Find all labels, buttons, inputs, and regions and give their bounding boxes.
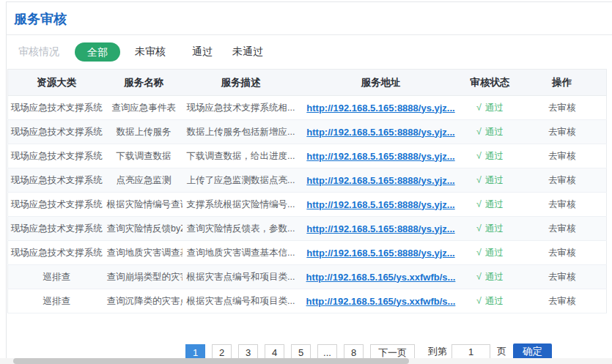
audit-status-cell: √通过 <box>462 289 518 313</box>
goto-page-input[interactable] <box>451 344 490 360</box>
service-desc-cell: 数据上传服务包括新增应... <box>183 120 300 144</box>
category-cell: 现场应急技术支撑系统 <box>8 241 106 265</box>
category-cell: 现场应急技术支撑系统 <box>8 120 106 144</box>
service-url-link[interactable]: http://192.168.5.165:8888/ys.yjz... <box>306 151 454 162</box>
table-row: 现场应急技术支撑系统 根据灾险情编号查询... 支撑系统根据灾险情编号... h… <box>8 193 607 217</box>
action-cell: 去审核 <box>518 241 607 265</box>
audit-status-cell: √通过 <box>462 120 518 144</box>
go-review-link[interactable]: 去审核 <box>548 223 576 234</box>
audit-status-cell: √通过 <box>462 193 518 217</box>
horizontal-scrollbar[interactable] <box>0 358 612 364</box>
status-text: 通过 <box>485 103 504 113</box>
service-desc-cell: 查询地质灾害调查基本信... <box>183 241 300 265</box>
filter-option-unreviewed[interactable]: 未审核 <box>135 45 166 59</box>
table-row: 巡排查 查询沉降类的灾害点... 根据灾害点编号和项目类... http://1… <box>8 289 607 313</box>
col-header-actions: 操作 <box>518 70 607 96</box>
status-text: 通过 <box>485 175 504 185</box>
check-icon: √ <box>476 103 482 113</box>
service-name-cell: 查询崩塌类型的灾害... <box>106 265 183 289</box>
services-table: 资源大类 服务名称 服务描述 服务地址 审核状态 操作 现场应急技术支撑系统 查… <box>7 69 607 313</box>
service-url-cell: http://192.168.5.165/ys.xxfwfb/s... <box>300 265 462 289</box>
service-desc-cell: 下载调查数据，给出进度... <box>183 144 300 168</box>
action-cell: 去审核 <box>518 289 607 313</box>
filter-option-failed[interactable]: 未通过 <box>232 45 263 59</box>
service-url-cell: http://192.168.5.165/ys.xxfwfb/s... <box>300 289 462 313</box>
action-cell: 去审核 <box>518 120 607 144</box>
next-page-button[interactable]: 下一页 <box>370 344 415 360</box>
category-cell: 巡排查 <box>8 265 106 289</box>
goto-page-suffix: 页 <box>497 345 506 358</box>
page-button-1[interactable]: 1 <box>185 344 205 360</box>
action-cell: 去审核 <box>518 168 607 193</box>
service-url-cell: http://192.168.5.165:8888/ys.yjz... <box>300 168 462 193</box>
horizontal-scrollbar-thumb[interactable] <box>13 358 409 364</box>
check-icon: √ <box>476 175 482 185</box>
service-url-cell: http://192.168.5.165:8888/ys.yjz... <box>300 217 462 241</box>
audit-status-cell: √通过 <box>462 241 518 265</box>
page-buttons: 12345...8 <box>185 344 370 360</box>
pagination: 12345...8 下一页 到第 页 确定 <box>185 343 552 360</box>
status-text: 通过 <box>485 151 504 161</box>
col-header-category: 资源大类 <box>8 70 106 96</box>
category-cell: 巡排查 <box>8 289 106 313</box>
service-desc-cell: 查询灾险情反馈表，参数... <box>183 217 300 241</box>
page-button-3[interactable]: 3 <box>238 344 258 360</box>
table-row: 现场应急技术支撑系统 查询地质灾害调查基... 查询地质灾害调查基本信... h… <box>8 241 607 265</box>
service-name-cell: 数据上传服务 <box>106 120 183 144</box>
col-header-audit-status: 审核状态 <box>462 70 518 96</box>
page-button-2[interactable]: 2 <box>212 344 232 360</box>
category-cell: 现场应急技术支撑系统 <box>8 168 106 193</box>
service-name-cell: 点亮应急监测 <box>106 168 183 193</box>
service-name-cell: 根据灾险情编号查询... <box>106 193 183 217</box>
page-button-5[interactable]: 5 <box>291 344 311 360</box>
service-url-link[interactable]: http://192.168.5.165/ys.xxfwfb/s... <box>306 272 456 283</box>
table-row: 现场应急技术支撑系统 查询灾险情反馈byZ... 查询灾险情反馈表，参数... … <box>8 217 607 241</box>
action-cell: 去审核 <box>518 144 607 168</box>
service-name-cell: 查询灾险情反馈byZ... <box>106 217 183 241</box>
go-review-link[interactable]: 去审核 <box>548 151 576 161</box>
status-text: 通过 <box>485 127 504 137</box>
service-url-cell: http://192.168.5.165:8888/ys.yjz... <box>300 120 462 144</box>
table-row: 巡排查 查询崩塌类型的灾害... 根据灾害点编号和项目类... http://1… <box>8 265 607 289</box>
col-header-service-desc: 服务描述 <box>183 70 300 96</box>
filter-label: 审核情况 <box>18 45 59 59</box>
filter-option-passed[interactable]: 通过 <box>192 45 213 59</box>
audit-status-cell: √通过 <box>462 144 518 168</box>
service-url-link[interactable]: http://192.168.5.165:8888/ys.yjz... <box>306 175 454 186</box>
page-button-8[interactable]: 8 <box>344 344 364 360</box>
service-url-link[interactable]: http://192.168.5.165:8888/ys.yjz... <box>306 103 454 114</box>
confirm-button[interactable]: 确定 <box>513 343 552 360</box>
action-cell: 去审核 <box>518 265 607 289</box>
go-review-link[interactable]: 去审核 <box>548 272 576 282</box>
category-cell: 现场应急技术支撑系统 <box>8 144 106 168</box>
status-text: 通过 <box>485 199 504 209</box>
service-audit-panel: 服务审核 审核情况 全部 未审核 通过 未通过 资源大类 服务名称 服务描述 服… <box>6 1 612 364</box>
service-url-link[interactable]: http://192.168.5.165/ys.xxfwfb/s... <box>306 296 456 307</box>
table-row: 现场应急技术支撑系统 点亮应急监测 上传了应急监测数据点亮... http://… <box>8 168 607 193</box>
page-button-4[interactable]: 4 <box>265 344 284 360</box>
go-review-link[interactable]: 去审核 <box>548 296 576 306</box>
status-text: 通过 <box>485 296 504 306</box>
service-url-link[interactable]: http://192.168.5.165:8888/ys.yjz... <box>306 127 454 138</box>
go-review-link[interactable]: 去审核 <box>548 175 576 185</box>
col-header-service-url: 服务地址 <box>300 70 462 96</box>
go-review-link[interactable]: 去审核 <box>548 127 576 137</box>
check-icon: √ <box>476 248 482 258</box>
page-ellipsis-button[interactable]: ... <box>317 344 337 360</box>
table-header-row: 资源大类 服务名称 服务描述 服务地址 审核状态 操作 <box>8 70 607 96</box>
go-review-link[interactable]: 去审核 <box>548 103 576 113</box>
go-review-link[interactable]: 去审核 <box>548 199 576 209</box>
service-url-link[interactable]: http://192.168.5.165:8888/ys.yjz... <box>306 223 454 234</box>
audit-status-cell: √通过 <box>462 217 518 241</box>
status-text: 通过 <box>485 223 504 234</box>
table-row: 现场应急技术支撑系统 下载调查数据 下载调查数据，给出进度... http://… <box>8 144 607 168</box>
audit-status-filter: 审核情况 全部 未审核 通过 未通过 <box>7 35 612 69</box>
go-review-link[interactable]: 去审核 <box>548 248 576 258</box>
service-url-link[interactable]: http://192.168.5.165:8888/ys.yjz... <box>306 248 454 259</box>
service-url-link[interactable]: http://192.168.5.165:8888/ys.yjz... <box>306 199 454 210</box>
category-cell: 现场应急技术支撑系统 <box>8 193 106 217</box>
service-url-cell: http://192.168.5.165:8888/ys.yjz... <box>300 144 462 168</box>
action-cell: 去审核 <box>518 217 607 241</box>
filter-option-all[interactable]: 全部 <box>75 42 120 62</box>
col-header-service-name: 服务名称 <box>106 70 183 96</box>
